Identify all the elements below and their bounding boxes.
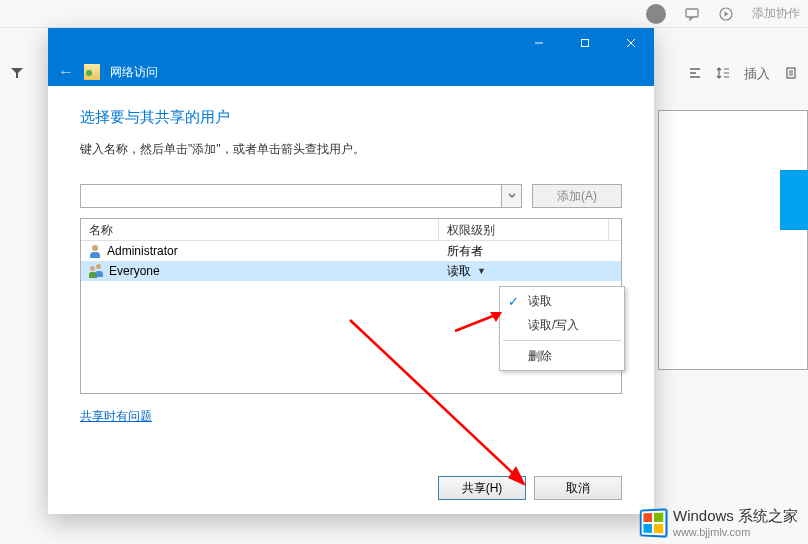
user-icon bbox=[89, 244, 103, 258]
list-header: 名称 权限级别 bbox=[81, 219, 621, 241]
dialog-titlebar bbox=[48, 28, 654, 58]
column-name-header[interactable]: 名称 bbox=[81, 219, 439, 241]
watermark-brand: Windows 系统之家 bbox=[673, 507, 798, 526]
add-collab-label: 添加协作 bbox=[752, 5, 800, 22]
user-avatar-icon bbox=[646, 4, 666, 24]
user-combobox[interactable] bbox=[80, 184, 522, 208]
permission-dropdown-icon[interactable]: ▼ bbox=[477, 266, 486, 276]
list-row-everyone[interactable]: Everyone 读取 ▼ bbox=[81, 261, 621, 281]
menu-item-read[interactable]: ✓ 读取 bbox=[502, 289, 622, 313]
close-button[interactable] bbox=[608, 28, 654, 58]
menu-item-delete[interactable]: 删除 bbox=[502, 344, 622, 368]
windows-logo-icon bbox=[640, 508, 668, 537]
maximize-button[interactable] bbox=[562, 28, 608, 58]
svg-rect-0 bbox=[686, 9, 698, 17]
network-access-dialog: ← 网络访问 选择要与其共享的用户 键入名称，然后单击"添加"，或者单击箭头查找… bbox=[48, 28, 654, 514]
menu-separator bbox=[503, 340, 621, 341]
dialog-heading: 选择要与其共享的用户 bbox=[80, 108, 622, 127]
menu-item-read-write[interactable]: 读取/写入 bbox=[502, 313, 622, 337]
watermark-url: www.bjjmlv.com bbox=[673, 526, 798, 538]
row-permission: 读取 bbox=[447, 263, 471, 280]
help-link[interactable]: 共享时有问题 bbox=[80, 408, 152, 425]
svg-rect-4 bbox=[582, 40, 589, 47]
menu-label: 读取/写入 bbox=[528, 317, 579, 334]
menu-label: 删除 bbox=[528, 348, 552, 365]
row-permission: 所有者 bbox=[447, 243, 483, 260]
dialog-subtitle: 键入名称，然后单击"添加"，或者单击箭头查找用户。 bbox=[80, 141, 622, 158]
watermark: Windows 系统之家 www.bjjmlv.com bbox=[639, 507, 798, 538]
insert-label: 插入 bbox=[744, 65, 770, 83]
align-icon bbox=[688, 66, 702, 83]
user-name-input[interactable] bbox=[81, 185, 501, 207]
chat-icon bbox=[684, 6, 700, 22]
background-accent-strip bbox=[780, 170, 808, 230]
dialog-type-label: 网络访问 bbox=[110, 64, 158, 81]
add-user-row: 添加(A) bbox=[80, 184, 622, 208]
background-side-panel bbox=[658, 110, 808, 370]
play-icon bbox=[718, 6, 734, 22]
combobox-dropdown-icon[interactable] bbox=[501, 185, 521, 207]
add-button[interactable]: 添加(A) bbox=[532, 184, 622, 208]
minimize-button[interactable] bbox=[516, 28, 562, 58]
menu-label: 读取 bbox=[528, 293, 552, 310]
filter-icon bbox=[10, 66, 24, 83]
line-spacing-icon bbox=[716, 66, 730, 83]
back-arrow-icon[interactable]: ← bbox=[58, 63, 74, 81]
group-icon bbox=[89, 264, 105, 278]
list-row-administrator[interactable]: Administrator 所有者 bbox=[81, 241, 621, 261]
folder-share-icon bbox=[84, 64, 100, 80]
share-button[interactable]: 共享(H) bbox=[438, 476, 526, 500]
cancel-button[interactable]: 取消 bbox=[534, 476, 622, 500]
row-name: Administrator bbox=[107, 244, 178, 258]
dialog-header-nav: ← 网络访问 bbox=[48, 58, 654, 86]
row-name: Everyone bbox=[109, 264, 160, 278]
doc-icon bbox=[784, 66, 798, 83]
background-top-toolbar: 添加协作 bbox=[0, 0, 808, 28]
check-icon: ✓ bbox=[508, 294, 519, 309]
dialog-button-row: 共享(H) 取消 bbox=[80, 476, 622, 500]
column-permission-header[interactable]: 权限级别 bbox=[439, 219, 609, 241]
permission-context-menu: ✓ 读取 读取/写入 删除 bbox=[499, 286, 625, 371]
